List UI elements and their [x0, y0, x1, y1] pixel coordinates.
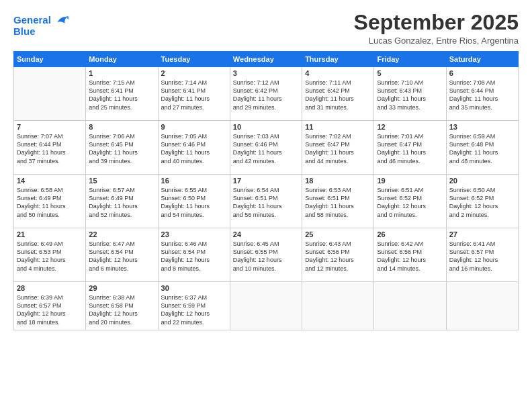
calendar-cell: 30Sunrise: 6:37 AMSunset: 6:59 PMDayligh… — [158, 282, 230, 330]
col-friday: Friday — [374, 52, 446, 67]
cell-info: Sunrise: 6:49 AMSunset: 6:53 PMDaylight:… — [17, 240, 83, 273]
day-number: 9 — [161, 123, 227, 131]
col-wednesday: Wednesday — [230, 52, 302, 67]
day-number: 1 — [89, 69, 154, 77]
calendar-header-row: Sunday Monday Tuesday Wednesday Thursday… — [14, 52, 519, 67]
cell-info: Sunrise: 7:06 AMSunset: 6:45 PMDaylight:… — [89, 132, 154, 165]
day-number: 4 — [305, 69, 371, 77]
day-number: 29 — [89, 284, 154, 292]
cell-info: Sunrise: 6:47 AMSunset: 6:54 PMDaylight:… — [89, 240, 154, 273]
day-number: 27 — [449, 230, 515, 238]
day-number: 14 — [17, 177, 83, 185]
header: General Blue September 2025 Lucas Gonzal… — [13, 11, 519, 46]
cell-info: Sunrise: 6:50 AMSunset: 6:52 PMDaylight:… — [449, 186, 515, 219]
calendar-cell: 7Sunrise: 7:07 AMSunset: 6:44 PMDaylight… — [14, 121, 86, 175]
day-number: 18 — [305, 177, 371, 185]
col-tuesday: Tuesday — [158, 52, 230, 67]
title-block: September 2025 Lucas Gonzalez, Entre Rio… — [354, 11, 519, 46]
calendar-cell: 5Sunrise: 7:10 AMSunset: 6:43 PMDaylight… — [374, 67, 446, 121]
col-sunday: Sunday — [14, 52, 86, 67]
cell-info: Sunrise: 7:12 AMSunset: 6:42 PMDaylight:… — [233, 79, 299, 111]
logo: General Blue — [13, 11, 71, 38]
cell-info: Sunrise: 7:10 AMSunset: 6:43 PMDaylight:… — [377, 79, 443, 111]
cell-info: Sunrise: 6:46 AMSunset: 6:54 PMDaylight:… — [161, 240, 227, 273]
day-number: 7 — [17, 123, 83, 131]
day-number: 8 — [89, 123, 154, 131]
cell-info: Sunrise: 7:03 AMSunset: 6:46 PMDaylight:… — [233, 132, 299, 165]
cell-info: Sunrise: 7:02 AMSunset: 6:47 PMDaylight:… — [305, 132, 371, 165]
calendar-week-row: 21Sunrise: 6:49 AMSunset: 6:53 PMDayligh… — [14, 228, 519, 282]
day-number: 6 — [449, 69, 515, 77]
calendar-cell: 4Sunrise: 7:11 AMSunset: 6:42 PMDaylight… — [302, 67, 374, 121]
day-number: 30 — [161, 284, 227, 292]
cell-info: Sunrise: 6:55 AMSunset: 6:50 PMDaylight:… — [161, 186, 227, 219]
page: General Blue September 2025 Lucas Gonzal… — [0, 0, 532, 411]
month-title: September 2025 — [354, 11, 519, 34]
calendar-cell: 15Sunrise: 6:57 AMSunset: 6:49 PMDayligh… — [86, 175, 158, 228]
calendar-cell: 18Sunrise: 6:53 AMSunset: 6:51 PMDayligh… — [302, 175, 374, 228]
logo-text: General — [13, 14, 51, 26]
day-number: 11 — [305, 123, 371, 131]
calendar-table: Sunday Monday Tuesday Wednesday Thursday… — [13, 51, 519, 330]
day-number: 20 — [449, 177, 515, 185]
calendar-week-row: 28Sunrise: 6:39 AMSunset: 6:57 PMDayligh… — [14, 282, 519, 330]
calendar-cell — [374, 282, 446, 330]
calendar-cell: 25Sunrise: 6:43 AMSunset: 6:56 PMDayligh… — [302, 228, 374, 282]
calendar-cell — [302, 282, 374, 330]
calendar-cell: 28Sunrise: 6:39 AMSunset: 6:57 PMDayligh… — [14, 282, 86, 330]
logo-text2: Blue — [13, 26, 36, 38]
calendar-cell: 3Sunrise: 7:12 AMSunset: 6:42 PMDaylight… — [230, 67, 302, 121]
cell-info: Sunrise: 6:57 AMSunset: 6:49 PMDaylight:… — [89, 186, 154, 219]
location-subtitle: Lucas Gonzalez, Entre Rios, Argentina — [354, 36, 519, 46]
cell-info: Sunrise: 6:37 AMSunset: 6:59 PMDaylight:… — [161, 293, 227, 326]
day-number: 21 — [17, 230, 83, 238]
calendar-cell — [446, 282, 518, 330]
cell-info: Sunrise: 6:39 AMSunset: 6:57 PMDaylight:… — [17, 293, 83, 326]
cell-info: Sunrise: 7:07 AMSunset: 6:44 PMDaylight:… — [17, 132, 83, 165]
day-number: 25 — [305, 230, 371, 238]
cell-info: Sunrise: 6:59 AMSunset: 6:48 PMDaylight:… — [449, 132, 515, 165]
col-thursday: Thursday — [302, 52, 374, 67]
day-number: 16 — [161, 177, 227, 185]
calendar-cell: 17Sunrise: 6:54 AMSunset: 6:51 PMDayligh… — [230, 175, 302, 228]
calendar-cell: 24Sunrise: 6:45 AMSunset: 6:55 PMDayligh… — [230, 228, 302, 282]
day-number: 24 — [233, 230, 299, 238]
calendar-cell: 1Sunrise: 7:15 AMSunset: 6:41 PMDaylight… — [86, 67, 158, 121]
cell-info: Sunrise: 6:41 AMSunset: 6:57 PMDaylight:… — [449, 240, 515, 273]
cell-info: Sunrise: 6:42 AMSunset: 6:56 PMDaylight:… — [377, 240, 443, 273]
day-number: 22 — [89, 230, 154, 238]
calendar-cell: 16Sunrise: 6:55 AMSunset: 6:50 PMDayligh… — [158, 175, 230, 228]
cell-info: Sunrise: 6:51 AMSunset: 6:52 PMDaylight:… — [377, 186, 443, 219]
day-number: 12 — [377, 123, 443, 131]
calendar-cell: 6Sunrise: 7:08 AMSunset: 6:44 PMDaylight… — [446, 67, 518, 121]
calendar-cell: 22Sunrise: 6:47 AMSunset: 6:54 PMDayligh… — [86, 228, 158, 282]
calendar-week-row: 14Sunrise: 6:58 AMSunset: 6:49 PMDayligh… — [14, 175, 519, 228]
cell-info: Sunrise: 6:45 AMSunset: 6:55 PMDaylight:… — [233, 240, 299, 273]
calendar-cell: 11Sunrise: 7:02 AMSunset: 6:47 PMDayligh… — [302, 121, 374, 175]
day-number: 15 — [89, 177, 154, 185]
calendar-cell — [14, 67, 86, 121]
calendar-cell: 29Sunrise: 6:38 AMSunset: 6:58 PMDayligh… — [86, 282, 158, 330]
day-number: 3 — [233, 69, 299, 77]
cell-info: Sunrise: 7:05 AMSunset: 6:46 PMDaylight:… — [161, 132, 227, 165]
col-saturday: Saturday — [446, 52, 518, 67]
calendar-cell: 27Sunrise: 6:41 AMSunset: 6:57 PMDayligh… — [446, 228, 518, 282]
calendar-cell: 26Sunrise: 6:42 AMSunset: 6:56 PMDayligh… — [374, 228, 446, 282]
cell-info: Sunrise: 7:14 AMSunset: 6:41 PMDaylight:… — [161, 79, 227, 111]
calendar-cell: 10Sunrise: 7:03 AMSunset: 6:46 PMDayligh… — [230, 121, 302, 175]
calendar-cell: 23Sunrise: 6:46 AMSunset: 6:54 PMDayligh… — [158, 228, 230, 282]
cell-info: Sunrise: 7:01 AMSunset: 6:47 PMDaylight:… — [377, 132, 443, 165]
logo-bird-icon — [52, 11, 71, 30]
calendar-cell — [230, 282, 302, 330]
calendar-cell: 20Sunrise: 6:50 AMSunset: 6:52 PMDayligh… — [446, 175, 518, 228]
calendar-cell: 8Sunrise: 7:06 AMSunset: 6:45 PMDaylight… — [86, 121, 158, 175]
cell-info: Sunrise: 6:38 AMSunset: 6:58 PMDaylight:… — [89, 293, 154, 326]
cell-info: Sunrise: 7:11 AMSunset: 6:42 PMDaylight:… — [305, 79, 371, 111]
day-number: 5 — [377, 69, 443, 77]
col-monday: Monday — [86, 52, 158, 67]
cell-info: Sunrise: 6:54 AMSunset: 6:51 PMDaylight:… — [233, 186, 299, 219]
day-number: 23 — [161, 230, 227, 238]
cell-info: Sunrise: 7:15 AMSunset: 6:41 PMDaylight:… — [89, 79, 154, 111]
day-number: 17 — [233, 177, 299, 185]
calendar-cell: 14Sunrise: 6:58 AMSunset: 6:49 PMDayligh… — [14, 175, 86, 228]
